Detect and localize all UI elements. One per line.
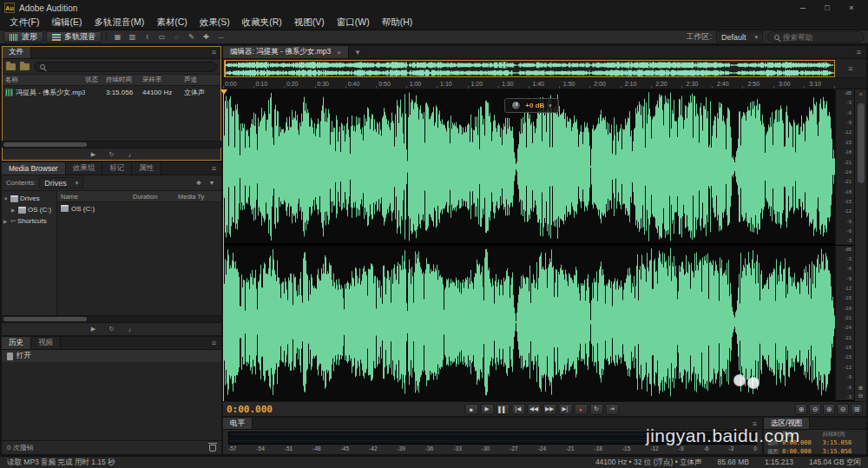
- zoom-full-button[interactable]: ⊞: [851, 404, 863, 415]
- tab-effects-rack[interactable]: 效果组: [66, 162, 103, 175]
- tree-item-os-c[interactable]: ▶ OS (C:): [2, 204, 56, 215]
- volume-hud[interactable]: +0 dB ▾: [504, 98, 559, 113]
- add-shortcut-icon[interactable]: ✚: [194, 180, 204, 187]
- overview-playhead[interactable]: [225, 61, 226, 76]
- tree-item-shortcuts[interactable]: ▶ ↩ Shortcuts: [2, 215, 56, 227]
- trash-icon[interactable]: [209, 445, 216, 452]
- menu-item-9[interactable]: 帮助(H): [376, 15, 419, 30]
- time-selection-tool-icon[interactable]: I: [141, 31, 154, 43]
- menu-item-6[interactable]: 收藏夹(R): [236, 15, 288, 30]
- files-search-input[interactable]: [49, 63, 211, 70]
- record-button[interactable]: ●: [574, 404, 588, 415]
- zoom-in-time-button[interactable]: ⊕: [795, 404, 807, 415]
- menu-item-4[interactable]: 素材(C): [150, 15, 194, 30]
- scrollbar-handle[interactable]: [3, 317, 87, 321]
- history-item-open[interactable]: 打开: [2, 350, 221, 362]
- zoom-out-time-button[interactable]: ⊖: [809, 404, 821, 415]
- column-header-duration[interactable]: 持续时间: [106, 76, 142, 84]
- move-next-button[interactable]: ▶|: [558, 404, 572, 415]
- contents-select[interactable]: Drives ▾: [39, 177, 83, 188]
- fast-forward-button[interactable]: ▶▶: [542, 404, 556, 415]
- workspace-select[interactable]: Default ▾: [716, 31, 763, 43]
- chevron-expanded-icon[interactable]: ▼: [3, 196, 9, 201]
- multitrack-view-button[interactable]: 多轨混音: [46, 31, 102, 43]
- playhead[interactable]: [223, 89, 224, 401]
- tree-item-drives[interactable]: ▼ Drives: [2, 193, 56, 204]
- tab-history[interactable]: 历史: [2, 337, 31, 349]
- chevron-collapsed-icon[interactable]: ▶: [11, 208, 16, 213]
- show-spectral-frequency-icon[interactable]: ▦: [111, 31, 124, 43]
- panel-menu-icon[interactable]: ≡: [207, 46, 221, 58]
- help-search-box[interactable]: [767, 31, 865, 43]
- help-search-input[interactable]: [783, 33, 854, 42]
- column-header-channels[interactable]: 声道: [184, 76, 216, 84]
- files-search-box[interactable]: [34, 62, 217, 72]
- time-ruler[interactable]: 0:000:100:200:300:400:501:001:101:201:30…: [223, 78, 835, 89]
- panel-options-icon[interactable]: ≡: [855, 91, 866, 97]
- show-spectral-pitch-icon[interactable]: ▥: [126, 31, 139, 43]
- pause-button[interactable]: ▌▌: [496, 404, 510, 415]
- column-header-name[interactable]: Name: [61, 193, 133, 201]
- skip-selection-button[interactable]: ⇥: [605, 404, 619, 415]
- loop-button[interactable]: ↻: [107, 151, 117, 158]
- menu-item-3[interactable]: 多轨混音(M): [88, 15, 150, 30]
- view-duration-value[interactable]: 3:15.056: [823, 448, 864, 456]
- loop-button[interactable]: ↻: [107, 326, 117, 333]
- playhead-marker[interactable]: [220, 89, 227, 95]
- loop-button[interactable]: ↻: [589, 404, 603, 415]
- menu-item-1[interactable]: 文件(F): [3, 15, 45, 30]
- waveform-display[interactable]: +0 dB ▾: [223, 89, 835, 401]
- time-display[interactable]: 0:00.000: [227, 404, 294, 415]
- overview-menu-icon[interactable]: ≡: [835, 64, 866, 73]
- play-button[interactable]: ▶: [89, 326, 99, 333]
- rewind-button[interactable]: ◀◀: [527, 404, 541, 415]
- chevron-down-icon[interactable]: ▾: [351, 46, 365, 58]
- move-tool-icon[interactable]: ↔: [214, 31, 227, 43]
- auto-play-button[interactable]: ♪: [125, 152, 135, 158]
- tab-video[interactable]: 视频: [31, 337, 61, 349]
- spot-healing-brush-icon[interactable]: ✚: [200, 31, 213, 43]
- file-row[interactable]: 冯提莫 - 佛系少女.mp3 3:15.056 44100 Hz 立体声: [2, 86, 221, 98]
- close-icon[interactable]: ×: [337, 49, 341, 56]
- zoom-out-amplitude-button[interactable]: ⊖: [837, 404, 849, 415]
- marquee-selection-tool-icon[interactable]: ▭: [155, 31, 168, 43]
- column-header-mediatype[interactable]: Media Ty: [178, 193, 218, 201]
- overview-waveform[interactable]: [225, 61, 834, 76]
- chevron-collapsed-icon[interactable]: ▶: [3, 219, 9, 224]
- menu-item-8[interactable]: 窗口(W): [331, 15, 376, 30]
- menu-item-2[interactable]: 编辑(E): [45, 15, 88, 30]
- column-header-status[interactable]: 状态: [85, 76, 106, 84]
- panel-menu-icon[interactable]: ≡: [207, 162, 221, 175]
- open-file-icon[interactable]: [6, 63, 16, 70]
- chevron-down-icon[interactable]: ▾: [549, 102, 552, 109]
- tab-properties[interactable]: 属性: [132, 162, 161, 175]
- filter-icon[interactable]: ▼: [207, 180, 217, 187]
- tab-files[interactable]: 文件: [2, 46, 31, 58]
- zoom-out-icon[interactable]: ⊖: [858, 392, 864, 399]
- waveform-view-button[interactable]: 波形: [3, 31, 43, 43]
- view-start-value[interactable]: 0:00.000: [782, 448, 823, 456]
- files-horizontal-scrollbar[interactable]: [2, 141, 221, 148]
- zoom-in-icon[interactable]: ⊕: [858, 385, 864, 392]
- waveform-canvas[interactable]: [223, 89, 835, 401]
- overview-range-bar[interactable]: [224, 60, 835, 77]
- zoom-in-amplitude-button[interactable]: ⊕: [823, 404, 835, 415]
- close-button[interactable]: ×: [839, 1, 864, 15]
- maximize-button[interactable]: □: [815, 1, 839, 15]
- media-row[interactable]: OS (C:): [57, 202, 221, 214]
- lasso-selection-tool-icon[interactable]: ◌: [170, 31, 183, 43]
- menu-item-5[interactable]: 效果(S): [194, 15, 236, 30]
- selection-duration-value[interactable]: 3:15.056: [823, 439, 864, 447]
- stop-button[interactable]: ■: [464, 404, 478, 415]
- scrollbar-handle[interactable]: [3, 142, 87, 147]
- tab-media-browser[interactable]: Media Browser: [2, 162, 66, 175]
- play-button[interactable]: ▶: [89, 151, 99, 158]
- amplitude-zoom-icons[interactable]: ⊕ ⊖: [855, 385, 866, 399]
- import-file-icon[interactable]: [20, 63, 30, 70]
- media-horizontal-scrollbar[interactable]: [2, 315, 221, 322]
- tab-levels[interactable]: 电平: [223, 418, 253, 429]
- panel-menu-icon[interactable]: ≡: [207, 337, 221, 349]
- minimize-button[interactable]: ─: [791, 1, 815, 15]
- volume-knob-icon[interactable]: [511, 101, 521, 110]
- panel-menu-icon[interactable]: ≡: [852, 46, 866, 58]
